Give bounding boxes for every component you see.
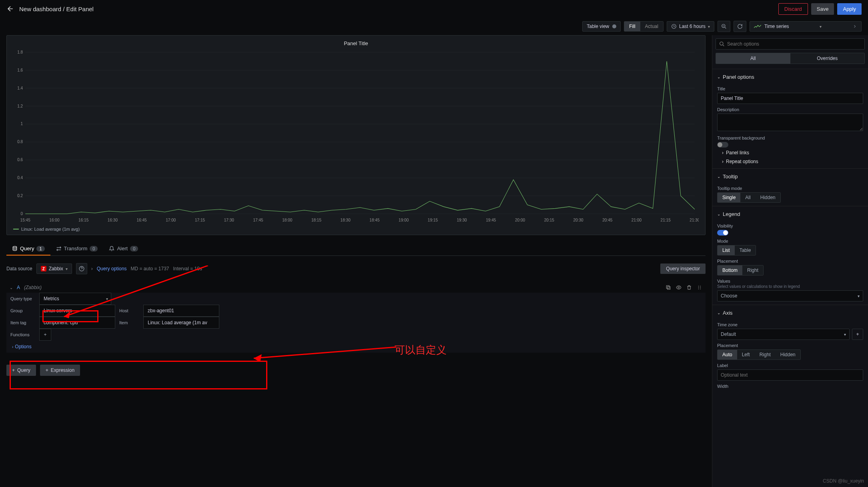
section-axis[interactable]: ⌄Axis [717,308,863,319]
query-type-input[interactable] [39,293,111,305]
tab-alert[interactable]: Alert 0 [103,242,144,255]
legend-visibility-toggle[interactable] [717,230,728,236]
datasource-help-button[interactable] [76,263,87,274]
svg-text:15:45: 15:45 [20,218,30,222]
tab-transform-label: Transform [64,245,88,251]
legend-table[interactable]: Table [735,245,756,255]
svg-text:1.8: 1.8 [17,50,23,54]
svg-text:20:15: 20:15 [544,218,554,222]
options-sidebar: All Overrides ⌄Panel options Title Descr… [712,35,868,487]
refresh-button[interactable] [734,21,746,32]
chart-legend[interactable]: Linux: Load average (1m avg) [13,224,699,232]
item-input[interactable] [143,317,219,329]
add-function-button[interactable]: + [39,329,51,341]
transparent-toggle[interactable] [717,142,728,148]
section-panel-options[interactable]: ⌄Panel options [717,72,863,83]
tab-query[interactable]: Query 1 [6,242,50,255]
watermark: CSDN @liu_xueyin [823,478,864,484]
chevron-down-icon: ▾ [708,24,710,29]
copy-icon[interactable] [666,285,671,290]
visibility-label: Visibility [717,224,863,228]
panel-title: Panel Title [13,39,699,50]
zabbix-logo-icon: Z [41,266,46,271]
chevron-down-icon: ▾ [66,267,68,271]
query-meta-md: MD = auto = 1737 [130,266,169,271]
legend-values-select[interactable]: Choose▾ [717,290,863,301]
panel-links-toggle[interactable]: ›Panel links [717,148,863,156]
add-query-button[interactable]: + Query [6,365,36,376]
back-arrow-icon[interactable] [6,5,14,13]
tab-all[interactable]: All [716,53,790,64]
axis-right[interactable]: Right [755,350,776,359]
axis-hidden[interactable]: Hidden [776,350,800,359]
transform-icon [56,246,62,251]
save-button[interactable]: Save [811,3,834,15]
svg-text:21:00: 21:00 [631,218,641,222]
query-header[interactable]: ⌄ A (Zabbix) [6,282,706,293]
tooltip-single[interactable]: Single [718,193,740,202]
svg-text:19:15: 19:15 [428,218,438,222]
actual-option[interactable]: Actual [640,22,663,31]
visualization-picker[interactable]: Time series ▾ [750,21,862,32]
discard-button[interactable]: Discard [778,3,808,15]
trash-icon[interactable] [686,285,692,290]
zoom-out-button[interactable] [718,21,730,32]
datasource-picker[interactable]: Z Zabbix ▾ [36,263,72,274]
axis-auto[interactable]: Auto [718,350,737,359]
tab-overrides[interactable]: Overrides [790,53,865,64]
add-expression-button[interactable]: + Expression [40,365,80,376]
chevron-down-icon: ⌄ [10,285,13,290]
fill-actual-toggle[interactable]: Fill Actual [624,21,664,32]
datasource-label: Data source [6,266,32,271]
group-input[interactable] [39,305,115,317]
legend-values-label: Values [717,279,863,283]
legend-right[interactable]: Right [742,265,763,275]
query-inspector-button[interactable]: Query inspector [660,263,706,274]
svg-text:17:45: 17:45 [253,218,263,222]
svg-text:18:00: 18:00 [282,218,292,222]
svg-text:0.6: 0.6 [17,157,23,162]
search-input[interactable] [727,41,861,47]
chart-area[interactable]: 00.20.40.60.811.21.41.61.815:4516:0016:1… [13,50,699,224]
item-label: Item [115,317,143,328]
legend-bottom[interactable]: Bottom [718,265,742,275]
tooltip-hidden[interactable]: Hidden [756,193,780,202]
fill-option[interactable]: Fill [624,22,640,31]
svg-point-50 [678,287,680,288]
description-input[interactable] [717,114,863,131]
host-label: Host [115,305,143,316]
timezone-add-button[interactable]: + [852,329,863,340]
table-view-label: Table view [587,24,609,29]
axis-label-input[interactable] [717,369,863,381]
timezone-select[interactable]: Default▾ [717,329,850,340]
tab-transform[interactable]: Transform 0 [50,242,104,255]
section-legend[interactable]: ⌄Legend [717,210,863,220]
bell-icon [109,246,114,251]
repeat-options-toggle[interactable]: ›Repeat options [717,156,863,165]
chevron-down-icon: ⌄ [717,174,720,179]
section-tooltip[interactable]: ⌄Tooltip [717,172,863,183]
legend-list[interactable]: List [718,245,735,255]
search-options[interactable] [716,38,865,50]
svg-text:0: 0 [21,211,23,216]
chart-panel: Panel Title 00.20.40.60.811.21.41.61.815… [6,35,706,235]
query-options-link[interactable]: Query options [97,266,127,271]
title-input[interactable] [717,93,863,104]
clock-icon [671,24,677,29]
svg-point-54 [700,287,701,288]
eye-icon[interactable] [676,285,682,290]
host-input[interactable] [143,305,219,317]
apply-button[interactable]: Apply [837,3,862,15]
svg-text:16:00: 16:00 [49,218,59,222]
svg-rect-49 [666,285,669,288]
grip-icon[interactable] [697,285,702,290]
table-view-toggle[interactable]: Table view [582,21,621,32]
query-letter: A [17,285,20,290]
itemtag-input[interactable] [39,317,115,329]
tooltip-all[interactable]: All [740,193,755,202]
query-options-toggle[interactable]: › Options [12,344,700,349]
title-label: Title [717,86,863,91]
time-range-picker[interactable]: Last 6 hours ▾ [667,21,714,32]
tab-alert-badge: 0 [130,246,138,251]
axis-left[interactable]: Left [737,350,755,359]
